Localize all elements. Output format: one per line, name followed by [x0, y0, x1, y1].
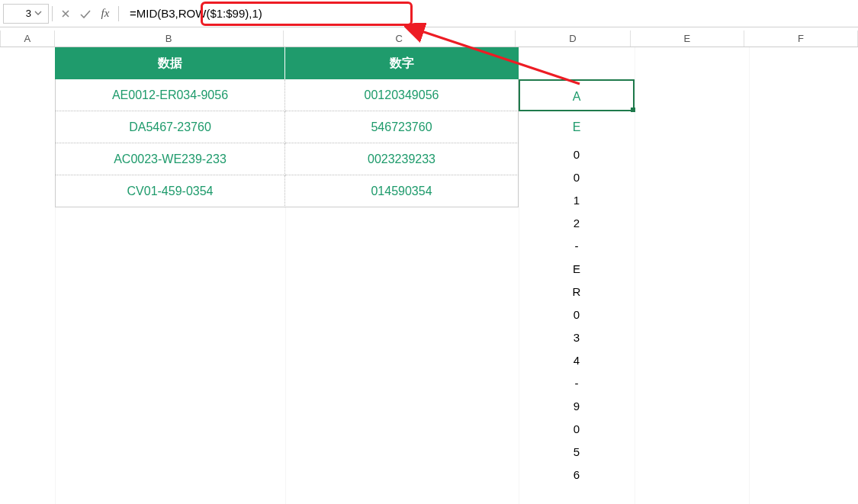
name-box[interactable]: 3	[3, 4, 49, 24]
separator	[118, 6, 119, 21]
fx-button[interactable]: fx	[95, 4, 115, 24]
table-row: DA5467-23760 546723760	[55, 111, 519, 143]
separator	[52, 6, 53, 21]
table-row: AC0023-WE239-233 0023239233	[55, 143, 519, 175]
spill-cell[interactable]: 2	[519, 212, 635, 235]
cell-number[interactable]: 014590354	[285, 175, 519, 207]
spill-cell[interactable]: E	[519, 111, 635, 143]
cell-number[interactable]: 546723760	[285, 111, 519, 143]
cell-data[interactable]: AC0023-WE239-233	[55, 143, 285, 175]
spill-cell[interactable]: 6	[519, 464, 635, 486]
formula-input[interactable]	[122, 4, 855, 24]
col-header-e[interactable]: E	[631, 30, 744, 47]
spill-cell[interactable]: -	[519, 372, 635, 395]
spill-cell[interactable]: 0	[519, 143, 635, 166]
column-headers: A B C D E F	[0, 30, 858, 47]
table-row: CV01-459-0354 014590354	[55, 175, 519, 207]
spill-cell[interactable]: 1	[519, 189, 635, 212]
cell-data[interactable]: AE0012-ER034-9056	[55, 79, 285, 111]
spill-cell[interactable]: E	[519, 258, 635, 281]
chevron-down-icon[interactable]	[34, 8, 42, 19]
col-header-f[interactable]: F	[744, 30, 858, 47]
col-header-c[interactable]: C	[284, 30, 516, 47]
cell-data[interactable]: CV01-459-0354	[55, 175, 285, 207]
enter-formula-button[interactable]	[76, 4, 95, 24]
cell-number[interactable]: 0023239233	[285, 143, 519, 175]
fx-label: fx	[101, 7, 110, 20]
table-row: AE0012-ER034-9056 00120349056	[55, 79, 519, 111]
spreadsheet-grid[interactable]: 数据 数字 AE0012-ER034-9056 00120349056 DA54…	[0, 47, 858, 504]
spill-cell[interactable]: 3	[519, 326, 635, 349]
header-number[interactable]: 数字	[285, 47, 519, 79]
header-data[interactable]: 数据	[55, 47, 285, 79]
data-table: 数据 数字 AE0012-ER034-9056 00120349056 DA54…	[55, 47, 519, 207]
col-header-d[interactable]: D	[516, 30, 631, 47]
spill-cell[interactable]: 4	[519, 349, 635, 372]
cancel-formula-button[interactable]	[56, 4, 76, 24]
spill-cell[interactable]: R	[519, 281, 635, 303]
name-box-value: 3	[26, 8, 31, 19]
active-cell[interactable]: A	[519, 79, 635, 111]
spill-cell[interactable]: 9	[519, 395, 635, 418]
spill-cell[interactable]: 0	[519, 303, 635, 326]
spill-column-d: A E 0 0 1 2 - E R 0 3 4 - 9 0 5 6	[519, 79, 635, 486]
col-header-b[interactable]: B	[55, 30, 284, 47]
spill-cell[interactable]: -	[519, 235, 635, 258]
cell-data[interactable]: DA5467-23760	[55, 111, 285, 143]
col-header-a[interactable]: A	[0, 30, 55, 47]
spill-cell[interactable]: 0	[519, 418, 635, 441]
cell-number[interactable]: 00120349056	[285, 79, 519, 111]
table-header-row: 数据 数字	[55, 47, 519, 79]
spill-cell[interactable]: 0	[519, 166, 635, 189]
formula-bar: 3 fx	[0, 0, 858, 27]
spill-cell[interactable]: 5	[519, 441, 635, 464]
